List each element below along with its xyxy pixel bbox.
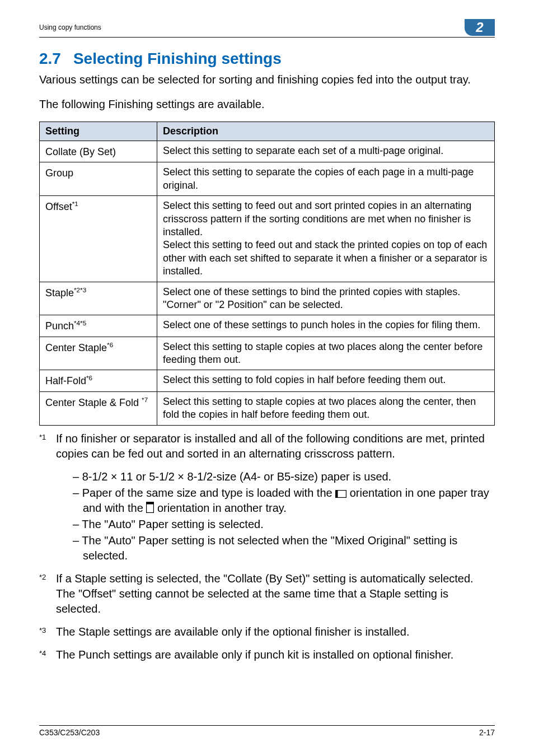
footnote-mark: *4	[39, 647, 56, 662]
page-header: Using copy functions 2	[39, 19, 495, 38]
footnote-text: The Punch settings are available only if…	[56, 647, 495, 662]
setting-name: Collate (By Set)	[45, 146, 116, 157]
footnote-4: *4 The Punch settings are available only…	[39, 647, 495, 662]
list-item-text: Paper of the same size and type is loade…	[82, 487, 336, 499]
table-row: Half-Fold*6 Select this setting to fold …	[40, 370, 495, 391]
setting-description: Select this setting to separate the copi…	[157, 162, 495, 196]
list-item-text: orientation in another tray.	[157, 502, 287, 514]
table-row: Group Select this setting to separate th…	[40, 162, 495, 196]
settings-table: Setting Description Collate (By Set) Sel…	[39, 122, 495, 426]
list-item-text: 8-1/2 × 11 or 5-1/2 × 8-1/2-size (A4- or…	[82, 470, 392, 483]
footnote-mark: *1	[39, 431, 56, 461]
intro-paragraph-1: Various settings can be selected for sor…	[39, 72, 495, 87]
setting-name: Punch	[45, 320, 74, 332]
list-item: The "Auto" Paper setting is not selected…	[73, 533, 495, 563]
list-item-text: The "Auto" Paper setting is not selected…	[82, 534, 457, 562]
footnote-1: *1 If no finisher or separator is instal…	[39, 431, 495, 461]
intro-paragraph-2: The following Finishing settings are ava…	[39, 97, 495, 111]
footer-page-number: 2-17	[479, 728, 495, 737]
setting-name: Center Staple	[45, 342, 107, 353]
table-header-setting: Setting	[40, 122, 157, 141]
setting-sup: *2*3	[74, 286, 86, 293]
setting-description: Select one of these settings to punch ho…	[157, 315, 495, 337]
page-footer: C353/C253/C203 2-17	[39, 725, 495, 737]
svg-rect-3	[147, 502, 154, 504]
setting-sup: *4*5	[74, 319, 86, 326]
footnote-text: The Staple settings are available only i…	[56, 624, 495, 640]
list-item: 8-1/2 × 11 or 5-1/2 × 8-1/2-size (A4- or…	[73, 469, 495, 484]
table-row: Staple*2*3 Select one of these settings …	[40, 282, 495, 315]
table-header-description: Description	[157, 122, 495, 141]
setting-name: Offset	[45, 201, 72, 212]
setting-description: Select one of these settings to bind the…	[157, 282, 495, 315]
footnote-1-list: 8-1/2 × 11 or 5-1/2 × 8-1/2-size (A4- or…	[39, 469, 495, 563]
svg-rect-1	[336, 490, 338, 497]
setting-description: Select this setting to feed out and sort…	[157, 196, 495, 282]
setting-name: Half-Fold	[45, 375, 86, 386]
footnote-mark: *2	[39, 571, 56, 617]
table-row: Collate (By Set) Select this setting to …	[40, 141, 495, 162]
setting-description: Select this setting to staple copies at …	[157, 391, 495, 425]
orientation-portrait-icon	[146, 502, 154, 513]
footnote-3: *3 The Staple settings are available onl…	[39, 624, 495, 640]
setting-sup: *6	[86, 374, 92, 381]
table-row: Punch*4*5 Select one of these settings t…	[40, 315, 495, 337]
running-title: Using copy functions	[39, 24, 101, 31]
section-title: Selecting Finishing settings	[73, 50, 282, 67]
chapter-badge: 2	[465, 19, 495, 36]
footer-model: C353/C253/C203	[39, 728, 100, 737]
table-row: Center Staple & Fold *7 Select this sett…	[40, 391, 495, 425]
setting-name: Group	[45, 167, 73, 179]
footnote-text: If a Staple setting is selected, the "Co…	[56, 571, 495, 617]
setting-sup: *1	[72, 200, 78, 207]
footnote-text: If no finisher or separator is installed…	[56, 431, 495, 461]
list-item: Paper of the same size and type is loade…	[73, 486, 495, 516]
setting-sup: *6	[107, 341, 113, 348]
setting-name: Center Staple & Fold	[45, 397, 142, 408]
setting-name: Staple	[45, 287, 74, 298]
footnote-mark: *3	[39, 624, 56, 640]
setting-description: Select this setting to staple copies at …	[157, 337, 495, 370]
section-number: 2.7	[39, 50, 61, 67]
orientation-landscape-icon	[335, 490, 346, 498]
list-item: The "Auto" Paper setting is selected.	[73, 517, 495, 532]
section-heading: 2.7Selecting Finishing settings	[39, 50, 495, 68]
setting-description: Select this setting to separate each set…	[157, 141, 495, 162]
table-row: Center Staple*6 Select this setting to s…	[40, 337, 495, 370]
list-item-text: The "Auto" Paper setting is selected.	[82, 518, 263, 530]
setting-description: Select this setting to fold copies in ha…	[157, 370, 495, 391]
setting-sup: *7	[142, 396, 148, 403]
table-row: Offset*1 Select this setting to feed out…	[40, 196, 495, 282]
footnote-2: *2 If a Staple setting is selected, the …	[39, 571, 495, 617]
